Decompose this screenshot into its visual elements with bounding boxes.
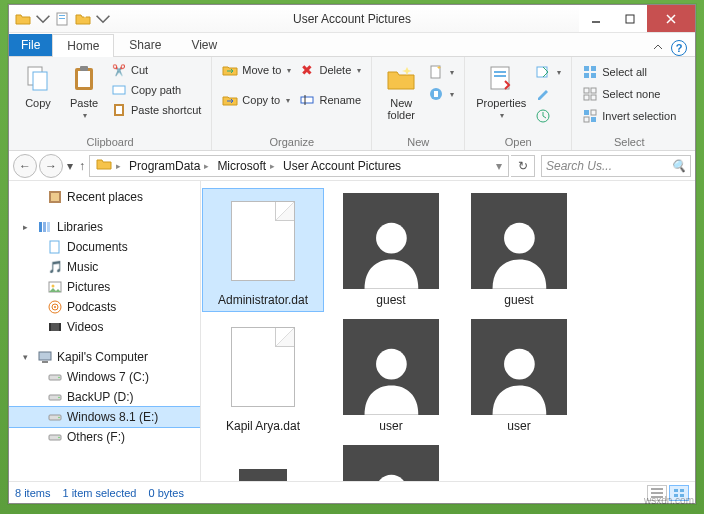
close-button[interactable] <box>647 5 695 32</box>
folder-icon <box>96 156 112 175</box>
new-folder-button[interactable]: New folder <box>380 61 422 121</box>
sidebar-drive-e[interactable]: Windows 8.1 (E:) <box>9 407 200 427</box>
sidebar-documents[interactable]: Documents <box>9 237 200 257</box>
file-item[interactable]: Kapil Arya.dat <box>203 315 323 437</box>
body: Recent places ▸Libraries Documents 🎵Musi… <box>9 181 695 481</box>
search-input[interactable]: Search Us... 🔍 <box>541 155 691 177</box>
svg-rect-16 <box>491 67 509 89</box>
copy-to-button[interactable]: Copy to▾ <box>220 91 293 109</box>
file-label: guest <box>463 293 575 307</box>
file-view[interactable]: Administrator.datguestguestKapil Arya.da… <box>201 181 695 481</box>
avatar-icon <box>343 445 439 481</box>
rename-button[interactable]: Rename <box>297 91 363 109</box>
back-button[interactable]: ← <box>13 154 37 178</box>
sidebar-drive-c[interactable]: Windows 7 (C:) <box>9 367 200 387</box>
svg-rect-47 <box>39 352 51 360</box>
avatar-icon <box>343 193 439 289</box>
svg-rect-37 <box>47 222 50 232</box>
open-button[interactable]: ▾ <box>533 63 563 81</box>
file-tab[interactable]: File <box>9 34 52 56</box>
file-item[interactable]: user <box>331 315 451 437</box>
file-item[interactable]: user-40 <box>203 441 323 481</box>
breadcrumb-item[interactable]: Microsoft▸ <box>213 159 279 173</box>
paste-shortcut-button[interactable]: Paste shortcut <box>109 101 203 119</box>
explorer-window: User Account Pictures File Home Share Vi… <box>8 4 696 504</box>
sidebar-drive-f[interactable]: Others (F:) <box>9 427 200 447</box>
recent-places-icon <box>47 189 63 205</box>
tab-view[interactable]: View <box>176 33 232 56</box>
copy-button[interactable]: Copy <box>17 61 59 109</box>
group-clipboard: Copy Paste ▾ ✂️Cut Copy path Paste short… <box>9 57 212 150</box>
svg-rect-32 <box>591 117 596 122</box>
cut-button[interactable]: ✂️Cut <box>109 61 203 79</box>
help-button[interactable]: ? <box>671 40 687 56</box>
move-to-button[interactable]: Move to▾ <box>220 61 293 79</box>
sidebar-podcasts[interactable]: Podcasts <box>9 297 200 317</box>
sidebar-drive-d[interactable]: BackUP (D:) <box>9 387 200 407</box>
file-item[interactable]: Administrator.dat <box>203 189 323 311</box>
up-button[interactable]: ↑ <box>77 159 87 173</box>
file-item[interactable]: user-200 <box>331 441 451 481</box>
quick-access-toolbar <box>9 11 111 27</box>
maximize-button[interactable] <box>613 5 647 32</box>
svg-rect-35 <box>39 222 42 232</box>
select-all-button[interactable]: Select all <box>580 63 678 81</box>
qat-dropdown2-icon[interactable] <box>95 11 111 27</box>
sidebar-music[interactable]: 🎵Music <box>9 257 200 277</box>
select-none-button[interactable]: Select none <box>580 85 678 103</box>
tab-home[interactable]: Home <box>52 34 114 57</box>
file-item[interactable]: user <box>459 315 579 437</box>
scissors-icon: ✂️ <box>111 62 127 78</box>
pictures-icon <box>47 279 63 295</box>
properties-icon <box>485 63 517 95</box>
breadcrumb-item[interactable]: ProgramData▸ <box>125 159 213 173</box>
invert-selection-button[interactable]: Invert selection <box>580 107 678 125</box>
sidebar-pictures[interactable]: Pictures <box>9 277 200 297</box>
new-item-button[interactable]: ▾ <box>426 63 456 81</box>
breadcrumb-dropdown-icon[interactable]: ▾ <box>496 159 506 173</box>
history-dropdown-icon[interactable]: ▾ <box>65 159 75 173</box>
delete-button[interactable]: ✖Delete▾ <box>297 61 363 79</box>
easy-access-button[interactable]: ▾ <box>426 85 456 103</box>
group-open-label: Open <box>473 135 563 148</box>
newfolder-icon[interactable] <box>75 11 91 27</box>
history-button[interactable] <box>533 107 563 125</box>
svg-rect-19 <box>537 67 547 77</box>
paste-button[interactable]: Paste ▾ <box>63 61 105 120</box>
collapse-ribbon-icon[interactable] <box>653 41 663 55</box>
invert-icon <box>582 108 598 124</box>
svg-rect-15 <box>434 91 438 97</box>
breadcrumb-item[interactable]: User Account Pictures <box>279 159 405 173</box>
chevron-down-icon: ▾ <box>357 66 361 75</box>
sidebar-videos[interactable]: Videos <box>9 317 200 337</box>
copy-path-button[interactable]: Copy path <box>109 81 203 99</box>
chevron-down-icon: ▾ <box>557 68 561 77</box>
sidebar-libraries[interactable]: ▸Libraries <box>9 217 200 237</box>
properties-button[interactable]: Properties ▾ <box>473 61 529 120</box>
qat-dropdown-icon[interactable] <box>35 11 51 27</box>
podcasts-icon <box>47 299 63 315</box>
forward-button[interactable]: → <box>39 154 63 178</box>
nav-pane: Recent places ▸Libraries Documents 🎵Musi… <box>9 181 201 481</box>
drive-icon <box>47 389 63 405</box>
group-open: Properties ▾ ▾ Open <box>465 57 572 150</box>
copy-label: Copy <box>25 97 51 109</box>
svg-point-40 <box>52 285 55 288</box>
delete-icon: ✖ <box>299 62 315 78</box>
new-item-icon <box>428 64 444 80</box>
tab-share[interactable]: Share <box>114 33 176 56</box>
properties-icon[interactable] <box>55 11 71 27</box>
libraries-icon <box>37 219 53 235</box>
minimize-button[interactable] <box>579 5 613 32</box>
svg-rect-11 <box>116 106 122 114</box>
edit-button[interactable] <box>533 85 563 103</box>
breadcrumb[interactable]: ▸ ProgramData▸ Microsoft▸ User Account P… <box>89 155 509 177</box>
svg-rect-46 <box>59 323 61 331</box>
chevron-down-icon: ▾ <box>450 68 454 77</box>
refresh-button[interactable]: ↻ <box>511 155 535 177</box>
avatar-icon <box>471 193 567 289</box>
file-item[interactable]: guest <box>459 189 579 311</box>
sidebar-computer[interactable]: ▾Kapil's Computer <box>9 347 200 367</box>
sidebar-recent[interactable]: Recent places <box>9 187 200 207</box>
file-item[interactable]: guest <box>331 189 451 311</box>
